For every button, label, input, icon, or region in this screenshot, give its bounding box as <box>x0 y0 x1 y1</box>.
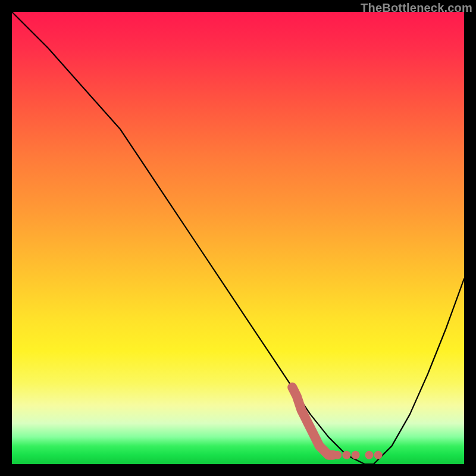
marker-dot <box>302 415 310 423</box>
marker-dot <box>311 433 319 441</box>
chart-container: TheBottleneck.com <box>0 0 476 476</box>
marker-dot <box>365 451 373 459</box>
plot-area <box>12 12 464 464</box>
marker-dot <box>352 451 360 459</box>
marker-dot <box>297 406 305 414</box>
marker-dot <box>342 451 350 459</box>
marker-dot <box>306 424 315 432</box>
marker-dot <box>374 451 383 459</box>
marker-dot <box>293 392 301 400</box>
symbols-svg <box>12 12 464 464</box>
marker-dot <box>333 451 342 459</box>
symbol-group <box>288 383 382 459</box>
marker-dot <box>288 383 296 392</box>
